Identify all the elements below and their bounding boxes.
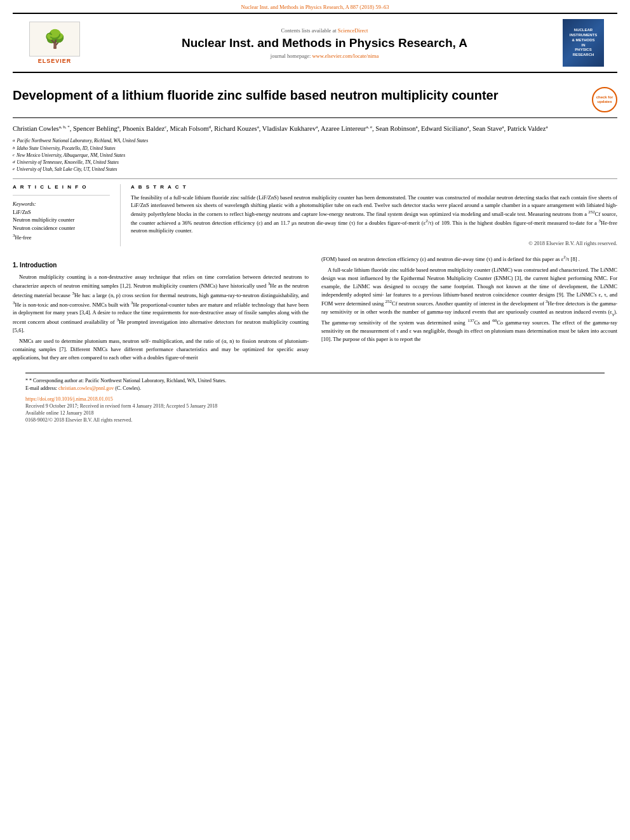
article-title: Development of a lithium fluoride zinc s… bbox=[13, 87, 592, 103]
email-link[interactable]: christian.cowles@pnnl.gov bbox=[58, 385, 114, 391]
affil-a: a Pacific Northwest National Laboratory,… bbox=[13, 137, 617, 144]
authors-section: Christian Cowlesa, b, *, Spencer Behling… bbox=[13, 123, 617, 133]
homepage-url[interactable]: www.elsevier.com/locate/nima bbox=[312, 53, 379, 59]
journal-title: Nuclear Inst. and Methods in Physics Res… bbox=[94, 36, 555, 50]
author-kouzes: Richard Kouzesa, bbox=[214, 125, 262, 132]
affiliations-section: a Pacific Northwest National Laboratory,… bbox=[13, 137, 617, 173]
author-kukharev: Vladislav Kukhareva, bbox=[262, 125, 321, 132]
column-left: 1. Introduction Neutron multiplicity cou… bbox=[13, 254, 309, 365]
journal-ref-bar: Nuclear Inst. and Methods in Physics Res… bbox=[0, 0, 630, 13]
author-lintereur: Azaree Lintereura, e, bbox=[321, 125, 375, 132]
elsevier-logo: 🌳 ELSEVIER bbox=[23, 22, 86, 64]
keywords-list: LiF/ZnS Neutron multiplicity counter Neu… bbox=[13, 208, 110, 242]
section1-heading: 1. Introduction bbox=[13, 260, 309, 270]
abstract-copyright: © 2018 Elsevier B.V. All rights reserved… bbox=[131, 240, 617, 246]
sciencedirect-link[interactable]: ScienceDirect bbox=[338, 27, 368, 34]
author-stave: Sean Stavea, bbox=[473, 125, 507, 132]
author-valdez: Patrick Valdeza bbox=[507, 125, 548, 132]
elsevier-logo-section: 🌳 ELSEVIER bbox=[23, 22, 86, 64]
received-line: Received 9 October 2017; Received in rev… bbox=[25, 403, 605, 409]
email-suffix: (C. Cowles). bbox=[115, 385, 141, 391]
footer-section: * * Corresponding author at: Pacific Nor… bbox=[25, 373, 605, 423]
author-folsom: Micah Folsomd, bbox=[170, 125, 215, 132]
journal-ref-text: Nuclear Inst. and Methods in Physics Res… bbox=[241, 4, 389, 10]
keyword-2: Neutron multiplicity counter bbox=[13, 216, 110, 224]
section1-right-para2: A full-scale lithium fluoride zinc sulfi… bbox=[321, 266, 617, 343]
contents-line: Contents lists available at ScienceDirec… bbox=[94, 27, 555, 34]
author-siciliano: Edward Sicilianoa, bbox=[421, 125, 473, 132]
article-info-heading: A R T I C L E I N F O bbox=[13, 184, 110, 190]
journal-cover: NUCLEARINSTRUMENTS& METHODSINPHYSICSRESE… bbox=[563, 19, 607, 67]
abstract-text: The feasibility of a full-scale lithium … bbox=[131, 194, 617, 235]
affil-d: d University of Tennessee, Knoxville, TN… bbox=[13, 159, 617, 166]
author-behling: Spencer Behlinga, bbox=[73, 125, 123, 132]
elsevier-logo-box: 🌳 bbox=[29, 22, 80, 57]
column-right: (FOM) based on neutron detection efficie… bbox=[321, 254, 617, 365]
article-info-abstract: A R T I C L E I N F O Keywords: LiF/ZnS … bbox=[13, 178, 617, 246]
main-body: 1. Introduction Neutron multiplicity cou… bbox=[13, 254, 617, 365]
section1-right-para1: (FOM) based on neutron detection efficie… bbox=[321, 254, 617, 263]
keyword-3: Neutron coincidence counter bbox=[13, 224, 110, 232]
keywords-label: Keywords: bbox=[13, 201, 110, 207]
author-robinson: Sean Robinsona, bbox=[375, 125, 421, 132]
check-for-updates-badge: check for updates bbox=[592, 87, 617, 112]
footnote-star: * * Corresponding author at: Pacific Nor… bbox=[25, 377, 605, 392]
abstract-heading: A B S T R A C T bbox=[131, 184, 617, 190]
section1-para2: NMCs are used to determine plutonium mas… bbox=[13, 337, 309, 361]
journal-cover-image: NUCLEARINSTRUMENTS& METHODSINPHYSICSRESE… bbox=[563, 19, 604, 67]
journal-homepage: journal homepage: www.elsevier.com/locat… bbox=[94, 53, 555, 59]
affil-b: b Idaho State University, Pocatello, ID,… bbox=[13, 145, 617, 152]
abstract-panel: A B S T R A C T The feasibility of a ful… bbox=[121, 184, 617, 246]
affil-c: c New Mexico University, Albuquerque, NM… bbox=[13, 152, 617, 159]
journal-header: 🌳 ELSEVIER Contents lists available at S… bbox=[13, 13, 617, 73]
author-baldez: Phoenix Baldezc, bbox=[123, 125, 170, 132]
keyword-1: LiF/ZnS bbox=[13, 208, 110, 217]
email-label: E-mail address: bbox=[25, 385, 57, 391]
article-area: Development of a lithium fluoride zinc s… bbox=[13, 73, 617, 430]
journal-header-center: Contents lists available at ScienceDirec… bbox=[94, 27, 555, 59]
affil-e: e University of Utah, Salt Lake City, UT… bbox=[13, 166, 617, 173]
author-cowles: Christian Cowlesa, b, *, bbox=[13, 125, 73, 132]
article-info-panel: A R T I C L E I N F O Keywords: LiF/ZnS … bbox=[13, 184, 121, 246]
doi-line[interactable]: https://doi.org/10.1016/j.nima.2018.01.0… bbox=[25, 396, 605, 402]
section1-para1: Neutron multiplicity counting is a non-d… bbox=[13, 273, 309, 335]
available-line: Available online 12 January 2018 bbox=[25, 410, 605, 416]
article-title-section: Development of a lithium fluoride zinc s… bbox=[13, 81, 617, 118]
keyword-4: 3He-free bbox=[13, 232, 110, 242]
copyright-footer: 0168-9002/© 2018 Elsevier B.V. All right… bbox=[25, 417, 605, 423]
elsevier-tree-icon: 🌳 bbox=[44, 29, 66, 50]
elsevier-wordmark: ELSEVIER bbox=[38, 58, 72, 64]
